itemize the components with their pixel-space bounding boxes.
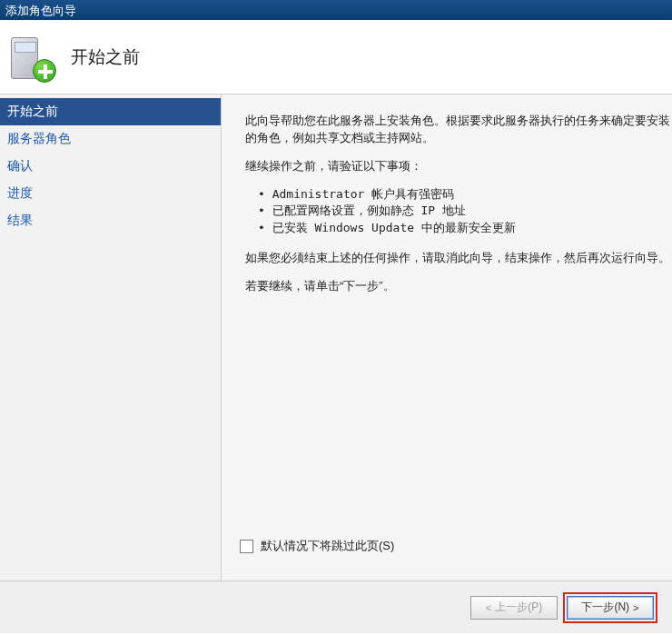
page-title: 开始之前 xyxy=(71,45,140,69)
verify-list: Administrator 帐户具有强密码 已配置网络设置，例如静态 IP 地址… xyxy=(258,186,672,238)
window-title: 添加角色向导 xyxy=(5,4,76,17)
list-item: 已安装 Windows Update 中的最新安全更新 xyxy=(258,220,672,237)
server-add-icon xyxy=(7,34,54,81)
intro-text: 此向导帮助您在此服务器上安装角色。根据要求此服务器执行的任务来确定要安装的角色，… xyxy=(245,113,672,147)
sidebar-item-server-roles[interactable]: 服务器角色 xyxy=(0,125,221,153)
skip-label: 默认情况下将跳过此页(S) xyxy=(261,538,394,555)
sidebar-item-progress[interactable]: 进度 xyxy=(0,180,221,207)
titlebar: 添加角色向导 xyxy=(0,0,672,20)
list-item: 已配置网络设置，例如静态 IP 地址 xyxy=(258,203,672,220)
skip-page-option[interactable]: 默认情况下将跳过此页(S) xyxy=(240,538,394,555)
chevron-right-icon: > xyxy=(633,602,638,613)
wizard-footer: < 上一步(P) 下一步(N) > xyxy=(0,580,672,633)
verify-heading: 继续操作之前，请验证以下事项： xyxy=(245,158,672,175)
sidebar-item-label: 服务器角色 xyxy=(7,131,71,145)
wizard-header: 开始之前 xyxy=(0,20,672,94)
sidebar-item-confirmation[interactable]: 确认 xyxy=(0,153,221,180)
next-label: 下一步(N) xyxy=(581,600,629,615)
sidebar-item-label: 进度 xyxy=(7,185,33,200)
next-button-highlight: 下一步(N) > xyxy=(563,592,657,623)
wizard-content: 此向导帮助您在此服务器上安装角色。根据要求此服务器执行的任务来确定要安装的角色，… xyxy=(221,94,672,580)
continue-note: 若要继续，请单击“下一步”。 xyxy=(245,278,672,295)
sidebar-item-results[interactable]: 结果 xyxy=(0,207,221,234)
sidebar-item-label: 开始之前 xyxy=(7,104,58,118)
previous-button: < 上一步(P) xyxy=(470,596,558,620)
cancel-note: 如果您必须结束上述的任何操作，请取消此向导，结束操作，然后再次运行向导。 xyxy=(245,250,672,267)
next-button[interactable]: 下一步(N) > xyxy=(567,596,654,620)
list-item: Administrator 帐户具有强密码 xyxy=(258,186,672,203)
sidebar-item-label: 结果 xyxy=(7,213,33,227)
skip-checkbox[interactable] xyxy=(240,540,253,553)
sidebar-item-before-you-begin[interactable]: 开始之前 xyxy=(0,98,221,125)
sidebar-item-label: 确认 xyxy=(7,158,33,173)
previous-label: 上一步(P) xyxy=(495,600,542,615)
chevron-left-icon: < xyxy=(486,602,491,613)
wizard-steps-sidebar: 开始之前 服务器角色 确认 进度 结果 xyxy=(0,94,221,580)
